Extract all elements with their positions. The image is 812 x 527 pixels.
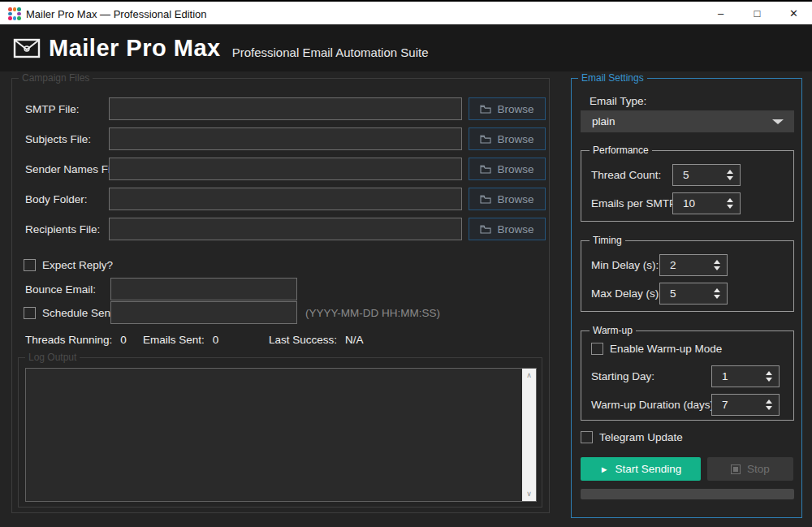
scroll-up-icon[interactable]: ∧ bbox=[526, 372, 532, 379]
thread-count-label: Thread Count: bbox=[591, 169, 661, 181]
email-settings-group: Email Settings Email Type: plain Perform… bbox=[571, 78, 802, 518]
expect-reply-label: Expect Reply? bbox=[42, 259, 113, 271]
email-type-value: plain bbox=[592, 115, 615, 127]
window-title: Mailer Pro Max — Professional Edition bbox=[26, 8, 207, 20]
spin-down-icon[interactable] bbox=[766, 406, 772, 410]
sender-names-file-input[interactable] bbox=[109, 158, 462, 180]
spin-up-icon[interactable] bbox=[714, 288, 720, 292]
start-sending-label: Start Sending bbox=[615, 463, 682, 475]
email-type-dropdown[interactable]: plain bbox=[581, 110, 794, 132]
telegram-update-label: Telegram Update bbox=[599, 431, 683, 443]
enable-warmup-checkbox[interactable] bbox=[591, 343, 603, 355]
body-folder-browse-button[interactable]: Browse bbox=[469, 188, 546, 210]
max-delay-input[interactable] bbox=[660, 283, 707, 304]
spin-down-icon[interactable] bbox=[714, 266, 720, 270]
schedule-send-input[interactable] bbox=[110, 301, 297, 324]
body-folder-input[interactable] bbox=[109, 188, 462, 210]
browse-label: Browse bbox=[497, 133, 533, 145]
log-output-textarea[interactable]: ∧ ∨ bbox=[25, 368, 537, 502]
timing-group: Timing Min Delay (s): Max Delay (s): bbox=[581, 240, 794, 312]
subjects-file-label: Subjects File: bbox=[25, 133, 91, 145]
body-folder-label: Body Folder: bbox=[25, 193, 88, 205]
last-success-value: N/A bbox=[345, 334, 364, 346]
email-type-label: Email Type: bbox=[590, 95, 646, 107]
browse-label: Browse bbox=[497, 193, 533, 205]
starting-day-label: Starting Day: bbox=[591, 370, 654, 382]
spin-up-icon[interactable] bbox=[766, 400, 772, 404]
play-icon: ► bbox=[600, 464, 609, 474]
folder-icon bbox=[480, 195, 491, 204]
warmup-duration-input[interactable] bbox=[712, 395, 759, 415]
log-scrollbar[interactable]: ∧ ∨ bbox=[522, 369, 536, 501]
app-icon bbox=[8, 7, 21, 20]
recipients-file-input[interactable] bbox=[109, 218, 462, 240]
sender-names-browse-button[interactable]: Browse bbox=[469, 158, 546, 180]
sender-names-file-label: Sender Names File bbox=[25, 163, 119, 175]
min-delay-input[interactable] bbox=[660, 255, 707, 275]
enable-warmup-label: Enable Warm-up Mode bbox=[610, 343, 722, 355]
schedule-send-checkbox[interactable] bbox=[24, 307, 36, 319]
min-delay-spinner[interactable] bbox=[659, 254, 728, 276]
thread-count-spinner[interactable] bbox=[672, 164, 741, 186]
smtp-browse-button[interactable]: Browse bbox=[469, 97, 546, 120]
recipients-browse-button[interactable]: Browse bbox=[469, 218, 546, 240]
max-delay-label: Max Delay (s): bbox=[591, 287, 662, 300]
subjects-file-input[interactable] bbox=[109, 127, 462, 150]
smtp-file-input[interactable] bbox=[109, 97, 462, 120]
app-title: Mailer Pro Max bbox=[49, 35, 221, 62]
spin-up-icon[interactable] bbox=[766, 371, 772, 375]
performance-group: Performance Thread Count: Emails per SMT… bbox=[581, 150, 794, 222]
app-subtitle: Professional Email Automation Suite bbox=[232, 45, 429, 59]
expect-reply-checkbox[interactable] bbox=[24, 259, 36, 271]
titlebar: Mailer Pro Max — Professional Edition – … bbox=[0, 0, 812, 24]
close-button[interactable]: ✕ bbox=[775, 2, 812, 24]
stop-button[interactable]: Stop bbox=[707, 457, 793, 481]
warmup-group: Warm-up Enable Warm-up Mode Starting Day… bbox=[581, 330, 794, 421]
emails-per-smtp-input[interactable] bbox=[673, 193, 720, 214]
bounce-email-input[interactable] bbox=[110, 278, 297, 300]
telegram-update-checkbox[interactable] bbox=[581, 431, 593, 443]
timing-group-title: Timing bbox=[590, 235, 625, 246]
emails-sent-label: Emails Sent: bbox=[143, 334, 205, 346]
warmup-duration-spinner[interactable] bbox=[711, 394, 780, 416]
subjects-browse-button[interactable]: Browse bbox=[469, 127, 546, 150]
emails-per-smtp-spinner[interactable] bbox=[672, 192, 741, 214]
folder-icon bbox=[480, 225, 491, 234]
maximize-button[interactable]: □ bbox=[739, 2, 775, 24]
stop-icon bbox=[731, 464, 741, 474]
emails-sent-value: 0 bbox=[213, 334, 219, 346]
max-delay-spinner[interactable] bbox=[659, 283, 728, 305]
folder-icon bbox=[480, 135, 491, 144]
minimize-button[interactable]: – bbox=[702, 2, 739, 24]
scroll-down-icon[interactable]: ∨ bbox=[526, 490, 532, 498]
browse-label: Browse bbox=[497, 223, 533, 235]
emails-sent-status: Emails Sent: 0 bbox=[143, 334, 218, 346]
browse-label: Browse bbox=[497, 103, 533, 115]
threads-running-status: Threads Running: 0 bbox=[25, 334, 127, 346]
spin-down-icon[interactable] bbox=[727, 205, 733, 209]
folder-icon bbox=[480, 105, 491, 114]
spin-down-icon[interactable] bbox=[766, 378, 772, 382]
min-delay-label: Min Delay (s): bbox=[591, 259, 659, 271]
performance-group-title: Performance bbox=[590, 145, 652, 156]
envelope-icon bbox=[13, 37, 41, 59]
spin-down-icon[interactable] bbox=[714, 295, 720, 299]
thread-count-input[interactable] bbox=[673, 165, 720, 185]
spin-up-icon[interactable] bbox=[727, 170, 733, 174]
spin-up-icon[interactable] bbox=[727, 198, 733, 202]
spin-up-icon[interactable] bbox=[714, 260, 720, 264]
app-header: Mailer Pro Max Professional Email Automa… bbox=[0, 24, 812, 71]
warmup-group-title: Warm-up bbox=[590, 325, 636, 336]
campaign-files-group-title: Campaign Files bbox=[19, 72, 93, 84]
folder-icon bbox=[480, 165, 491, 174]
starting-day-spinner[interactable] bbox=[711, 365, 780, 387]
starting-day-input[interactable] bbox=[712, 366, 759, 387]
smtp-file-label: SMTP File: bbox=[25, 103, 80, 115]
recipients-file-label: Recipients File: bbox=[25, 223, 100, 235]
start-sending-button[interactable]: ► Start Sending bbox=[581, 457, 701, 481]
log-output-group-title: Log Output bbox=[25, 352, 80, 363]
spin-down-icon[interactable] bbox=[727, 176, 733, 180]
emails-per-smtp-label: Emails per SMTP: bbox=[591, 197, 680, 210]
stop-label: Stop bbox=[747, 463, 770, 475]
threads-running-value: 0 bbox=[120, 334, 127, 346]
